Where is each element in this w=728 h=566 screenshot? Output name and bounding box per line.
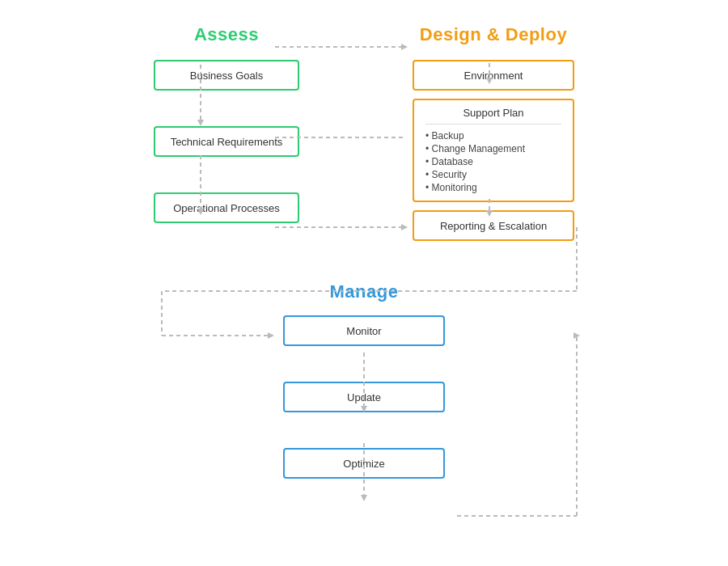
environment-box: Environment: [413, 60, 574, 91]
optimize-label: Optimize: [343, 458, 384, 470]
design-column: Design & Deploy Environment Support Plan…: [404, 24, 582, 241]
manage-title: Manage: [330, 281, 399, 302]
svg-marker-21: [361, 495, 367, 501]
monitor-label: Monitor: [346, 325, 381, 337]
reporting-escalation-box: Reporting & Escalation: [413, 210, 574, 241]
monitor-box: Monitor: [283, 315, 445, 346]
manage-section: Manage Monitor Update Optimize: [32, 281, 696, 479]
support-item-backup: Backup: [425, 129, 561, 142]
environment-label: Environment: [464, 70, 523, 82]
operational-processes-box: Operational Processes: [154, 192, 299, 223]
support-item-security: Security: [425, 168, 561, 181]
business-goals-box: Business Goals: [154, 60, 299, 91]
technical-requirements-box: Technical Requirements: [154, 126, 299, 157]
assess-title: Assess: [194, 24, 259, 45]
optimize-box: Optimize: [283, 448, 445, 479]
update-box: Update: [283, 382, 445, 412]
support-plan-box: Support Plan Backup Change Management Da…: [413, 99, 574, 202]
technical-requirements-label: Technical Requirements: [171, 136, 283, 148]
update-label: Update: [347, 391, 381, 403]
support-item-change-management: Change Management: [425, 142, 561, 155]
support-plan-title: Support Plan: [425, 107, 561, 125]
assess-column: Assess Business Goals Technical Requirem…: [146, 24, 307, 241]
diagram-container: Assess Business Goals Technical Requirem…: [0, 0, 728, 566]
operational-processes-label: Operational Processes: [173, 202, 280, 214]
support-item-database: Database: [425, 155, 561, 168]
manage-boxes: Monitor Update Optimize: [283, 315, 445, 479]
top-section: Assess Business Goals Technical Requirem…: [32, 24, 696, 241]
support-item-monitoring: Monitoring: [425, 181, 561, 194]
business-goals-label: Business Goals: [190, 70, 263, 82]
support-plan-list: Backup Change Management Database Securi…: [425, 129, 561, 194]
design-title: Design & Deploy: [420, 24, 567, 45]
reporting-escalation-label: Reporting & Escalation: [440, 220, 547, 232]
